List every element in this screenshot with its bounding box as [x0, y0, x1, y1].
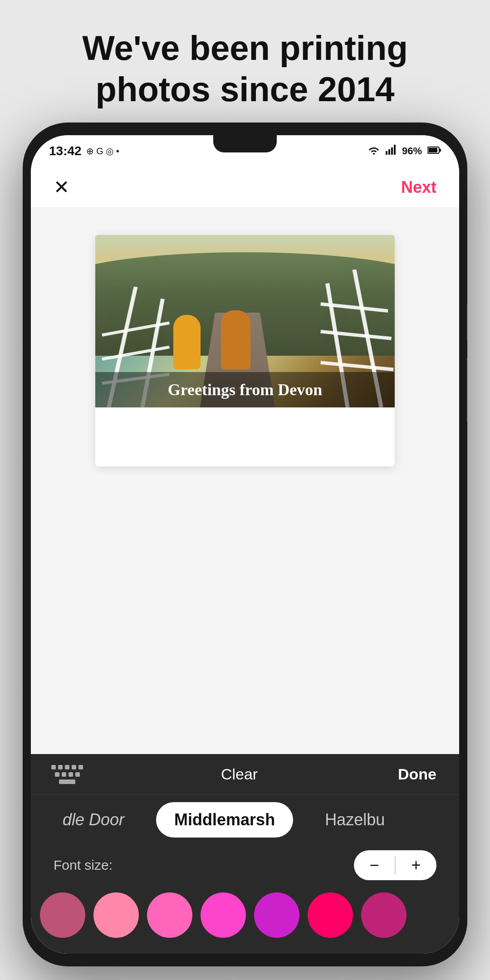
- tagline: We've been printing photos since 2014: [0, 27, 490, 110]
- signal-icon: [386, 145, 397, 157]
- notification-icons: ⊕ G ◎ •: [86, 146, 119, 157]
- font-size-label: Font size:: [54, 858, 113, 873]
- nav-bar: ✕ Next: [31, 167, 459, 208]
- svg-line-16: [321, 363, 393, 369]
- color-dot-2[interactable]: [147, 892, 192, 938]
- person2: [221, 310, 250, 369]
- decrease-font-button[interactable]: −: [354, 850, 395, 880]
- notch: [213, 135, 277, 152]
- color-dot-5[interactable]: [308, 892, 353, 938]
- key: [65, 765, 69, 769]
- font-option-idle-door[interactable]: dle Door: [44, 802, 142, 838]
- font-option-hazelbu[interactable]: Hazelbu: [307, 802, 403, 838]
- clear-button[interactable]: Clear: [221, 765, 258, 783]
- postcard-image: Greetings from Devon: [95, 235, 395, 407]
- font-option-middlemarsh[interactable]: Middlemarsh: [156, 802, 293, 838]
- color-row: [31, 886, 459, 945]
- volume-button: [466, 358, 467, 422]
- wifi-icon: [368, 145, 380, 157]
- status-right: 96%: [368, 145, 441, 157]
- color-dot-4[interactable]: [254, 892, 299, 938]
- key: [51, 765, 56, 769]
- status-bar: 13:42 ⊕ G ◎ • 96%: [31, 135, 459, 167]
- bottom-panel: Clear Done dle Door Middlemarsh Hazelbu …: [31, 754, 459, 954]
- next-button[interactable]: Next: [401, 178, 436, 197]
- key: [78, 765, 83, 769]
- close-button[interactable]: ✕: [54, 176, 69, 198]
- main-content: Greetings from Devon: [31, 208, 459, 754]
- postcard: Greetings from Devon: [95, 235, 395, 466]
- color-dot-6[interactable]: [361, 892, 407, 938]
- spacebar-key: [59, 779, 75, 784]
- font-size-row: Font size: − +: [31, 845, 459, 886]
- color-dot-0[interactable]: [40, 892, 85, 938]
- svg-rect-3: [394, 145, 396, 155]
- phone-screen: 13:42 ⊕ G ◎ • 96% ✕ Next: [31, 135, 459, 954]
- svg-rect-1: [388, 149, 390, 155]
- phone-frame: 13:42 ⊕ G ◎ • 96% ✕ Next: [23, 122, 467, 966]
- postcard-caption-area: Greetings from Devon: [95, 372, 395, 407]
- color-dot-3[interactable]: [201, 892, 246, 938]
- status-time: 13:42: [49, 144, 82, 158]
- keyboard-button[interactable]: [54, 763, 81, 786]
- tagline-line1: We've been printing: [82, 29, 408, 67]
- key: [75, 772, 80, 777]
- battery-percentage: 96%: [402, 145, 422, 157]
- person1: [173, 315, 201, 369]
- key: [69, 772, 73, 777]
- font-selector: dle Door Middlemarsh Hazelbu: [31, 795, 459, 845]
- svg-rect-5: [428, 148, 437, 152]
- font-size-controls: − +: [354, 850, 436, 880]
- key: [58, 765, 63, 769]
- battery-icon: [427, 147, 441, 156]
- svg-rect-0: [386, 151, 387, 155]
- svg-rect-6: [440, 149, 441, 152]
- done-button[interactable]: Done: [398, 765, 436, 783]
- postcard-white-area: [95, 407, 395, 466]
- svg-rect-2: [391, 147, 393, 155]
- key: [72, 765, 76, 769]
- toolbar-row: Clear Done: [31, 754, 459, 795]
- status-left: 13:42 ⊕ G ◎ •: [49, 144, 119, 158]
- tagline-line2: photos since 2014: [96, 70, 395, 108]
- increase-font-button[interactable]: +: [396, 850, 436, 880]
- power-button: [466, 304, 467, 340]
- key: [62, 772, 66, 777]
- postcard-caption-text: Greetings from Devon: [168, 381, 323, 399]
- color-dot-1[interactable]: [93, 892, 139, 938]
- key: [55, 772, 59, 777]
